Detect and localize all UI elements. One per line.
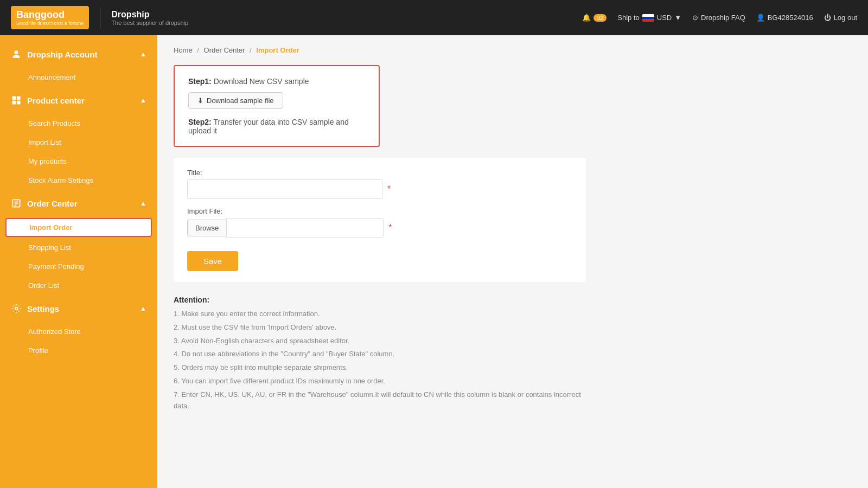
- sidebar-section-header-order-center[interactable]: Order Center ▲: [0, 190, 157, 217]
- step1-label: Step1: Download New CSV sample: [188, 77, 365, 86]
- logo-sub-text: Good life doesn't cost a fortune: [16, 21, 84, 26]
- attention-item-3: 3. Avoid Non-English characters and spre…: [174, 336, 597, 347]
- chevron-up-icon-settings: ▲: [140, 305, 146, 312]
- chevron-up-icon-order: ▲: [140, 200, 146, 207]
- header-right: 🔔 92 Ship to USD ▼ ⊙ Dropship FAQ 👤 BG42…: [582, 14, 857, 22]
- sidebar-section-inner-order: Order Center: [11, 198, 140, 209]
- sidebar-item-import-list[interactable]: Import List: [0, 133, 157, 152]
- user-icon: 👤: [756, 14, 765, 22]
- attention-item-1: 1. Make sure you enter the correct infor…: [174, 309, 597, 320]
- logo-main-text: Banggood: [16, 9, 84, 21]
- sidebar-item-payment-pending[interactable]: Payment Pending: [0, 257, 157, 276]
- logout-button[interactable]: ⏻ Log out: [824, 14, 857, 22]
- step1-desc: Download New CSV sample: [214, 77, 309, 86]
- sidebar-section-header-settings[interactable]: Settings ▲: [0, 295, 157, 322]
- svg-point-0: [15, 50, 18, 54]
- sidebar-section-inner: Dropship Account: [11, 49, 140, 60]
- brand-title: Dropship: [111, 10, 188, 20]
- main-content: Home / Order Center / Import Order Step1…: [157, 35, 868, 488]
- sidebar-section-settings: Settings ▲ Authorized Store Profile: [0, 295, 157, 360]
- order-icon: [11, 198, 22, 209]
- step2-label: Step2: Transfer your data into CSV sampl…: [188, 118, 365, 135]
- sidebar-item-authorized-store[interactable]: Authorized Store: [0, 322, 157, 341]
- step2-num: Step2:: [188, 118, 212, 126]
- chevron-down-icon: ▼: [674, 14, 681, 22]
- title-required-star: *: [387, 184, 391, 194]
- account-icon: [11, 49, 22, 60]
- title-input[interactable]: [187, 179, 382, 199]
- account-id[interactable]: 👤 BG428524016: [756, 14, 813, 22]
- breadcrumb-order-center[interactable]: Order Center: [204, 46, 245, 54]
- download-sample-button[interactable]: ⬇ Download sample file: [188, 92, 283, 109]
- sidebar-section-inner-product: Product center: [11, 95, 140, 106]
- sidebar-section-label-dropship-account: Dropship Account: [27, 50, 97, 59]
- sidebar-section-dropship-account: Dropship Account ▲ Announcement: [0, 41, 157, 87]
- svg-rect-4: [17, 101, 21, 105]
- import-file-group: Import File: Browse *: [187, 207, 572, 237]
- step1-num: Step1:: [188, 77, 212, 86]
- breadcrumb: Home / Order Center / Import Order: [174, 46, 852, 54]
- logo-area: Banggood Good life doesn't cost a fortun…: [11, 6, 89, 29]
- sidebar: Dropship Account ▲ Announcement Product …: [0, 35, 157, 488]
- save-button[interactable]: Save: [187, 251, 238, 271]
- sidebar-section-header-product-center[interactable]: Product center ▲: [0, 87, 157, 114]
- faq-link[interactable]: ⊙ Dropship FAQ: [692, 14, 745, 22]
- svg-rect-3: [12, 101, 16, 105]
- browse-button[interactable]: Browse: [187, 220, 226, 236]
- attention-section: Attention: 1. Make sure you enter the co…: [174, 296, 597, 412]
- attention-title: Attention:: [174, 296, 597, 304]
- sidebar-item-announcement[interactable]: Announcement: [0, 68, 157, 87]
- header-divider: [100, 7, 100, 29]
- sidebar-item-order-list[interactable]: Order List: [0, 276, 157, 295]
- file-input-row: Browse: [187, 218, 384, 237]
- step2-desc: Transfer your data into CSV sample and u…: [188, 118, 349, 135]
- title-label: Title:: [187, 169, 572, 177]
- logout-icon: ⏻: [824, 14, 831, 22]
- bell-icon: 🔔: [582, 14, 591, 22]
- file-required-star: *: [388, 223, 392, 233]
- import-file-label: Import File:: [187, 207, 572, 215]
- sidebar-section-product-center: Product center ▲ Search Products Import …: [0, 87, 157, 190]
- help-icon: ⊙: [692, 14, 698, 22]
- attention-item-6: 6. You can import five different product…: [174, 376, 597, 387]
- svg-rect-2: [17, 97, 21, 100]
- sidebar-section-header-dropship-account[interactable]: Dropship Account ▲: [0, 41, 157, 68]
- ship-to-label: Ship to: [617, 14, 639, 22]
- svg-point-9: [15, 307, 18, 310]
- svg-rect-1: [12, 97, 16, 100]
- settings-icon: [11, 303, 22, 314]
- ship-to-selector[interactable]: Ship to USD ▼: [617, 14, 681, 22]
- file-input[interactable]: [226, 218, 384, 237]
- sidebar-item-stock-alarm-settings[interactable]: Stock Alarm Settings: [0, 171, 157, 190]
- sidebar-item-profile[interactable]: Profile: [0, 341, 157, 360]
- logo-box: Banggood Good life doesn't cost a fortun…: [11, 6, 89, 29]
- sidebar-item-search-products[interactable]: Search Products: [0, 114, 157, 133]
- flag-icon: [642, 14, 654, 22]
- sidebar-item-import-order[interactable]: Import Order: [5, 218, 152, 237]
- sidebar-item-shopping-list[interactable]: Shopping List: [0, 238, 157, 257]
- attention-item-2: 2. Must use the CSV file from 'Import Or…: [174, 322, 597, 333]
- steps-box: Step1: Download New CSV sample ⬇ Downloa…: [174, 65, 380, 147]
- sidebar-section-label-product-center: Product center: [27, 96, 85, 105]
- header-left: Banggood Good life doesn't cost a fortun…: [11, 6, 188, 29]
- notification-bell[interactable]: 🔔 92: [582, 14, 607, 22]
- attention-item-5: 5. Orders may be split into multiple sep…: [174, 362, 597, 374]
- brand-subtitle: The best supplier of dropship: [111, 20, 188, 26]
- sidebar-section-order-center: Order Center ▲ Import Order Shopping Lis…: [0, 190, 157, 295]
- attention-item-4: 4. Do not use abbreviations in the "Coun…: [174, 349, 597, 360]
- header: Banggood Good life doesn't cost a fortun…: [0, 0, 868, 35]
- product-icon: [11, 95, 22, 106]
- download-icon: ⬇: [197, 97, 203, 105]
- layout: Dropship Account ▲ Announcement Product …: [0, 35, 868, 488]
- attention-item-7: 7. Enter CN, HK, US, UK, AU, or FR in th…: [174, 389, 597, 412]
- sidebar-item-my-products[interactable]: My products: [0, 152, 157, 171]
- title-group: Title: *: [187, 169, 572, 199]
- attention-list: 1. Make sure you enter the correct infor…: [174, 309, 597, 412]
- breadcrumb-sep2: /: [250, 46, 252, 54]
- dropship-title: Dropship The best supplier of dropship: [111, 10, 188, 26]
- sidebar-section-label-settings: Settings: [27, 304, 59, 313]
- breadcrumb-current: Import Order: [256, 46, 299, 54]
- currency-label: USD: [657, 14, 672, 22]
- breadcrumb-home[interactable]: Home: [174, 46, 193, 54]
- sidebar-section-label-order-center: Order Center: [27, 199, 78, 208]
